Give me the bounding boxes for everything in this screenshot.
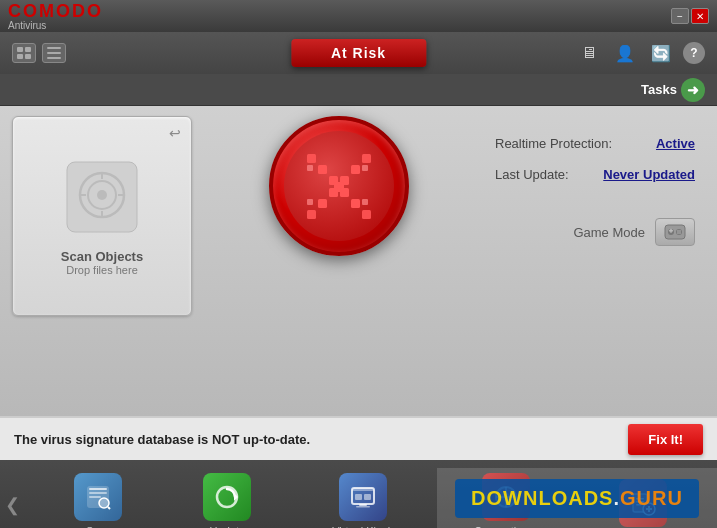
svg-rect-15	[307, 154, 316, 163]
monitor-icon[interactable]: 🖥	[575, 39, 603, 67]
scan-objects-subtitle: Drop files here	[66, 264, 138, 276]
svg-point-40	[679, 230, 681, 232]
last-update-row: Last Update: Never Updated	[495, 167, 695, 182]
tasks-button[interactable]: Tasks ➜	[641, 78, 705, 102]
virtual-kiosk-icon	[339, 473, 387, 521]
scan-status-button[interactable]	[269, 116, 409, 256]
svg-rect-51	[359, 504, 367, 506]
svg-point-34	[676, 229, 682, 235]
svg-rect-1	[25, 47, 31, 52]
help-icon[interactable]: ?	[683, 42, 705, 64]
svg-rect-53	[355, 494, 362, 500]
svg-point-10	[97, 190, 107, 200]
toolbar-item-scan[interactable]: Scan	[66, 469, 130, 528]
brand-name: COMODO	[8, 1, 103, 22]
update-label: Last Update:	[495, 167, 569, 182]
svg-rect-23	[340, 188, 349, 197]
game-mode-button[interactable]	[655, 218, 695, 246]
refresh-icon[interactable]: 🔄	[647, 39, 675, 67]
svg-point-39	[677, 232, 679, 234]
status-badge: At Risk	[291, 39, 426, 67]
svg-rect-29	[362, 165, 368, 171]
watermark: DOWNLOADS.GURU	[437, 468, 717, 528]
warning-bar: The virus signature database is NOT up-t…	[0, 416, 717, 460]
svg-rect-25	[351, 199, 360, 208]
tasks-arrow-icon: ➜	[681, 78, 705, 102]
warning-text: The virus signature database is NOT up-t…	[14, 432, 310, 447]
tasks-label: Tasks	[641, 82, 677, 97]
header-right-controls: 🖥 👤 🔄 ?	[575, 39, 705, 67]
right-panel: Realtime Protection: Active Last Update:…	[485, 116, 705, 266]
svg-rect-22	[329, 188, 338, 197]
brand-subtitle: Antivirus	[8, 20, 103, 31]
svg-line-46	[108, 507, 110, 509]
header-left-controls	[12, 43, 66, 63]
update-value[interactable]: Never Updated	[603, 167, 695, 182]
toolbar-item-update[interactable]: Update	[195, 469, 259, 528]
tasks-bar: Tasks ➜	[0, 74, 717, 106]
svg-rect-30	[307, 199, 313, 205]
scan-icon	[74, 473, 122, 521]
svg-rect-28	[307, 165, 313, 171]
scan-x-inner	[284, 131, 394, 241]
svg-point-37	[677, 230, 679, 232]
svg-rect-24	[318, 199, 327, 208]
svg-rect-5	[47, 52, 61, 54]
toolbar-left-arrow[interactable]: ❮	[0, 460, 24, 528]
header-bar: At Risk 🖥 👤 🔄 ?	[0, 32, 717, 74]
list-icon-button[interactable]	[42, 43, 66, 63]
main-content: ↩ Scan Objects Drop files here	[0, 106, 717, 416]
realtime-label: Realtime Protection:	[495, 136, 612, 151]
svg-rect-17	[318, 165, 327, 174]
profile-icon[interactable]: 👤	[611, 39, 639, 67]
fix-it-button[interactable]: Fix It!	[628, 424, 703, 455]
window-controls: − ✕	[671, 8, 709, 24]
svg-rect-2	[17, 54, 23, 59]
main-top-area: ↩ Scan Objects Drop files here	[12, 116, 705, 406]
game-mode-label: Game Mode	[573, 225, 645, 240]
svg-rect-52	[356, 506, 370, 508]
big-x-container	[202, 116, 475, 256]
scan-target-icon	[62, 157, 142, 237]
svg-rect-44	[89, 496, 101, 498]
svg-point-45	[99, 498, 109, 508]
svg-rect-50	[352, 488, 374, 491]
update-icon	[203, 473, 251, 521]
title-bar: COMODO Antivirus − ✕	[0, 0, 717, 32]
svg-rect-6	[47, 57, 61, 59]
title-bar-left: COMODO Antivirus	[8, 1, 103, 31]
svg-rect-4	[47, 47, 61, 49]
game-mode-row: Game Mode	[495, 218, 695, 246]
svg-rect-3	[25, 54, 31, 59]
svg-rect-36	[670, 229, 672, 233]
svg-rect-16	[362, 154, 371, 163]
toolbar-item-virtual-kiosk[interactable]: Virtual Kiosk	[324, 469, 401, 528]
svg-rect-0	[17, 47, 23, 52]
realtime-value[interactable]: Active	[656, 136, 695, 151]
view-icon-button[interactable]	[12, 43, 36, 63]
svg-rect-27	[362, 210, 371, 219]
svg-rect-31	[362, 199, 368, 205]
svg-rect-43	[89, 492, 107, 494]
app-logo: COMODO Antivirus	[8, 1, 103, 31]
svg-point-38	[679, 232, 681, 234]
close-button[interactable]: ✕	[691, 8, 709, 24]
svg-rect-26	[307, 210, 316, 219]
scan-objects-box[interactable]: ↩ Scan Objects Drop files here	[12, 116, 192, 316]
watermark-text: DOWNLOADS.GURU	[471, 487, 683, 509]
minimize-button[interactable]: −	[671, 8, 689, 24]
svg-rect-54	[364, 494, 371, 500]
svg-rect-42	[89, 488, 107, 490]
scan-objects-title: Scan Objects	[61, 249, 143, 264]
realtime-protection-row: Realtime Protection: Active	[495, 136, 695, 151]
svg-rect-18	[351, 165, 360, 174]
scan-objects-back-arrow[interactable]: ↩	[169, 125, 181, 141]
